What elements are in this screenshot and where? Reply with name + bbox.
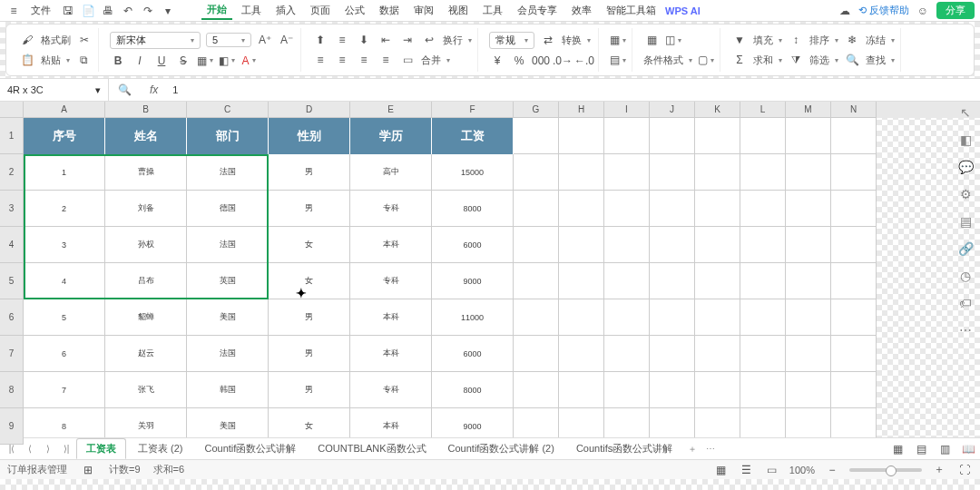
sort-icon[interactable]: ↕ [788, 32, 804, 48]
tab-formula[interactable]: 公式 [339, 2, 370, 19]
sheet-more-icon[interactable]: ⋯ [702, 444, 719, 454]
table-cell[interactable]: 男 [269, 299, 350, 336]
table-cell[interactable]: 7 [24, 372, 105, 408]
table-cell[interactable]: 赵云 [105, 336, 187, 372]
row-header[interactable]: 6 [0, 299, 24, 336]
table-cell[interactable] [740, 372, 786, 408]
table-cell[interactable] [559, 336, 604, 372]
table-cell[interactable] [604, 299, 650, 336]
cloud-icon[interactable]: ☁ [837, 3, 853, 19]
col-header-B[interactable]: B [105, 102, 187, 118]
row-header[interactable]: 4 [0, 227, 24, 263]
add-sheet-icon[interactable]: ＋ [684, 443, 701, 456]
table-cell[interactable]: 女 [269, 408, 350, 437]
save-icon[interactable]: 🖫 [60, 3, 76, 19]
table-cell[interactable]: 女 [269, 227, 350, 263]
font-name-select[interactable]: 新宋体 [110, 32, 201, 49]
table-cell[interactable]: 高中 [350, 154, 432, 191]
number-format-select[interactable]: 常规 [489, 32, 534, 49]
tag-icon[interactable]: 🏷 [956, 294, 975, 312]
fullscreen-icon[interactable]: ⛶ [956, 462, 973, 478]
table-cell[interactable] [831, 263, 877, 299]
table-cell[interactable]: 美国 [187, 408, 269, 437]
col-header-N[interactable]: N [831, 102, 877, 118]
table-cell[interactable] [740, 336, 786, 372]
view-reading-icon[interactable]: 📖 [960, 441, 976, 457]
table-cell[interactable]: 9000 [432, 263, 514, 299]
decrease-font-icon[interactable]: A⁻ [279, 32, 295, 48]
table-cell[interactable]: 8000 [432, 191, 514, 227]
table-cell[interactable]: 法国 [187, 227, 269, 263]
view-break-icon[interactable]: ▥ [936, 441, 953, 457]
col-header-A[interactable]: A [24, 102, 105, 118]
clock-icon[interactable]: ◷ [956, 267, 975, 285]
file-menu[interactable]: 文件 [25, 2, 56, 19]
underline-icon[interactable]: U [153, 53, 170, 69]
table-cell[interactable] [604, 154, 650, 191]
table-cell[interactable] [559, 408, 604, 437]
table-cell[interactable]: 专科 [350, 263, 432, 299]
table-cell[interactable]: 德国 [187, 191, 269, 227]
freeze-label[interactable]: 冻结 [866, 34, 895, 47]
table-cell[interactable]: 法国 [187, 154, 269, 191]
zoom-value[interactable]: 100% [789, 465, 815, 475]
increase-font-icon[interactable]: A⁺ [257, 32, 273, 48]
table-cell[interactable] [650, 408, 695, 437]
status-list-icon[interactable]: ☰ [739, 462, 755, 478]
sort-label[interactable]: 排序 [809, 34, 838, 47]
tab-insert[interactable]: 插入 [270, 2, 301, 19]
view-page-icon[interactable]: ▤ [913, 441, 929, 457]
table-cell[interactable] [650, 263, 695, 299]
style-icon[interactable]: ◧ [956, 131, 975, 149]
font-size-select[interactable]: 5 [206, 33, 251, 47]
table-cell[interactable] [831, 408, 877, 437]
table-cell[interactable] [514, 408, 559, 437]
table-cell[interactable] [740, 263, 786, 299]
zoom-out-icon[interactable]: 🔍 [109, 83, 141, 96]
print-icon[interactable]: 🖶 [100, 3, 116, 19]
sheet-tab[interactable]: COUNTBLANK函数公式 [308, 438, 436, 459]
bold-icon[interactable]: B [110, 53, 126, 69]
status-page-icon[interactable]: ▭ [764, 462, 780, 478]
filter-icon[interactable]: ⧩ [788, 52, 804, 68]
table-cell[interactable] [514, 227, 559, 263]
table-header-cell[interactable] [514, 118, 559, 154]
table-cell[interactable] [514, 372, 559, 408]
table-cell[interactable]: 男 [269, 191, 350, 227]
more-icon[interactable]: ⋯ [956, 321, 975, 339]
sum-label[interactable]: 求和 [753, 54, 782, 67]
table-header-cell[interactable]: 工资 [432, 118, 514, 154]
table-cell[interactable] [514, 191, 559, 227]
table-cell[interactable]: 美国 [187, 299, 269, 336]
row-header[interactable]: 5 [0, 263, 24, 299]
thousand-icon[interactable]: 000 [533, 53, 549, 69]
row-header[interactable]: 2 [0, 154, 24, 191]
table-cell[interactable]: 女 [269, 263, 350, 299]
col-header-M[interactable]: M [786, 102, 831, 118]
cell-style-icon[interactable]: ◫ [665, 32, 681, 48]
table-cell[interactable]: 曹操 [105, 154, 187, 191]
table-cell[interactable] [740, 154, 786, 191]
table-cell[interactable] [514, 154, 559, 191]
undo-icon[interactable]: ↶ [120, 3, 136, 19]
table-cell[interactable] [695, 154, 740, 191]
merge-icon[interactable]: ▭ [399, 52, 416, 68]
table-cell[interactable]: 8000 [432, 372, 514, 408]
feedback-link[interactable]: ⟲ 反馈帮助 [858, 4, 909, 17]
zoom-slider[interactable] [849, 468, 922, 472]
table-cell[interactable] [559, 154, 604, 191]
layers-icon[interactable]: ▤ [956, 212, 975, 230]
italic-icon[interactable]: I [132, 53, 148, 69]
table-cell[interactable]: 本科 [350, 336, 432, 372]
table-cell[interactable]: 貂蝉 [105, 299, 187, 336]
table-cell[interactable] [786, 227, 831, 263]
cond-format-label[interactable]: 条件格式 [643, 54, 692, 67]
table-cell[interactable] [650, 154, 695, 191]
table-cell[interactable] [786, 154, 831, 191]
chevron-down-icon[interactable]: ▾ [160, 3, 176, 19]
zoom-in-icon[interactable]: ＋ [931, 462, 947, 478]
col-header-L[interactable]: L [740, 102, 786, 118]
table-cell[interactable] [831, 372, 877, 408]
table-cell[interactable]: 11000 [432, 299, 514, 336]
fill-label[interactable]: 填充 [753, 34, 782, 47]
